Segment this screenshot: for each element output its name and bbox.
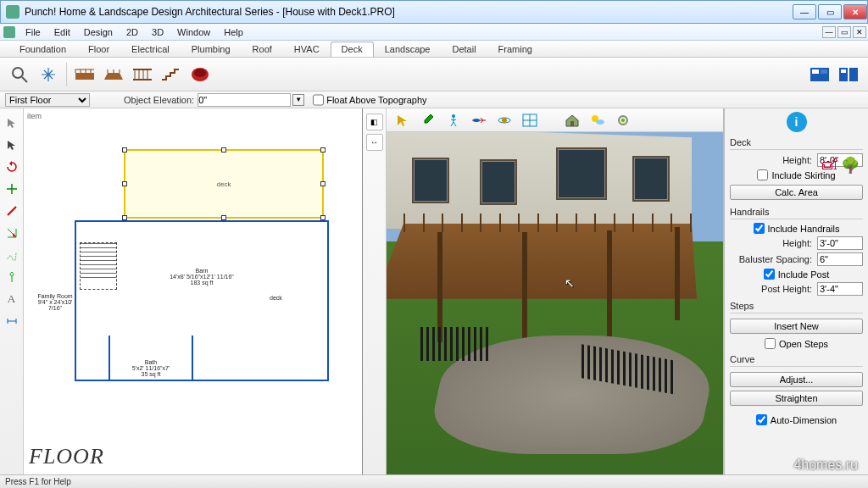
svg-marker-8 [104, 73, 123, 80]
tab-electrical[interactable]: Electrical [120, 42, 181, 57]
insert-step-button[interactable]: Insert New [730, 319, 863, 334]
settings-3d-icon[interactable] [612, 111, 634, 130]
open-steps-checkbox[interactable] [765, 338, 776, 349]
include-handrails-checkbox[interactable] [754, 223, 765, 234]
house-view-icon[interactable] [561, 111, 583, 130]
plant-tool-icon[interactable] [3, 268, 21, 286]
measure-tool-icon[interactable] [3, 312, 21, 330]
floor-level-select[interactable]: First Floor [5, 93, 90, 107]
select-alt-tool-icon[interactable] [3, 136, 21, 154]
doc-restore-button[interactable]: ▭ [837, 26, 851, 38]
window-3d [556, 147, 607, 200]
stairs-object[interactable] [80, 242, 117, 290]
floorplan-viewport[interactable]: item deck Barn14'x8' 5/16"x12'1' 11/16"1… [24, 108, 363, 474]
fly-tool-icon[interactable] [468, 111, 490, 130]
rotate-tool-icon[interactable] [3, 158, 21, 176]
tab-detail[interactable]: Detail [441, 42, 487, 57]
include-skirting-checkbox[interactable] [757, 169, 768, 180]
line-tool-icon[interactable] [3, 202, 21, 220]
tab-plumbing[interactable]: Plumbing [181, 42, 242, 57]
info-icon[interactable]: i [787, 112, 807, 132]
svg-point-32 [452, 114, 455, 118]
maximize-button[interactable]: ▭ [818, 4, 842, 19]
menu-design[interactable]: Design [77, 25, 120, 39]
elevation-input[interactable] [198, 93, 291, 107]
window-3d [412, 158, 449, 203]
view-sync-icon[interactable]: ↔ [366, 134, 383, 151]
plan-tabs: Foundation Floor Electrical Plumbing Roo… [0, 41, 868, 58]
viewport-3d[interactable]: ↖ [387, 132, 723, 474]
baluster-spacing-input[interactable] [817, 252, 863, 266]
properties-panel: i 🛋 🌳 Deck Height: Include Skirting Calc… [724, 108, 868, 474]
handrail-height-label: Height: [730, 238, 812, 248]
tab-framing[interactable]: Framing [487, 42, 543, 57]
tab-foundation[interactable]: Foundation [8, 42, 77, 57]
post-height-input[interactable] [817, 282, 863, 296]
elevation-dropdown-icon[interactable]: ▼ [292, 94, 304, 106]
menu-file[interactable]: File [19, 25, 47, 39]
select-tool-icon[interactable] [3, 114, 21, 132]
window-controls: — ▭ ✕ [791, 4, 867, 19]
menu-2d[interactable]: 2D [120, 25, 145, 39]
hole-tool-icon[interactable] [187, 62, 213, 87]
include-post-checkbox[interactable] [764, 269, 775, 280]
tab-floor[interactable]: Floor [77, 42, 120, 57]
deck-post-3d [675, 227, 680, 320]
window-3d [632, 156, 670, 202]
import-tool-icon[interactable] [3, 224, 21, 242]
open-steps-label: Open Steps [779, 339, 828, 349]
move-tool-icon[interactable] [3, 180, 21, 198]
text-tool-icon[interactable]: A [3, 290, 21, 308]
weather-icon[interactable] [587, 111, 609, 130]
tab-deck[interactable]: Deck [331, 42, 374, 57]
svg-rect-22 [821, 69, 827, 74]
path-tool-icon[interactable] [3, 246, 21, 264]
left-toolbar: A [0, 108, 24, 474]
walk-tool-icon[interactable] [392, 111, 414, 130]
menu-edit[interactable]: Edit [47, 25, 77, 39]
tree-icon[interactable]: 🌳 [841, 156, 860, 175]
selected-deck-object[interactable]: deck [124, 149, 324, 219]
svg-rect-2 [75, 73, 94, 80]
tab-hvac[interactable]: HVAC [283, 42, 331, 57]
adjust-curve-button[interactable]: Adjust... [730, 372, 863, 387]
workspace: A item deck Barn14'x8' 5/16"x12'1' [0, 108, 868, 474]
deck-straight-tool-icon[interactable] [72, 62, 97, 87]
tab-landscape[interactable]: Landscape [374, 42, 442, 57]
baluster-spacing-label: Baluster Spacing: [730, 254, 812, 264]
stairs-tool-icon[interactable] [159, 62, 184, 87]
handrail-height-input[interactable] [817, 236, 863, 250]
calc-area-button[interactable]: Calc. Area [730, 185, 863, 200]
svg-line-1 [22, 77, 27, 82]
tab-roof[interactable]: Roof [242, 42, 283, 57]
straighten-button[interactable]: Straighten [730, 391, 863, 406]
handrails-group-title: Handrails [730, 207, 863, 219]
pan-tool-icon[interactable] [36, 62, 61, 87]
chair-icon[interactable]: 🛋 [822, 156, 837, 175]
view-split-button[interactable] [836, 62, 861, 87]
auto-dimension-checkbox[interactable] [756, 414, 767, 425]
eyedropper-tool-icon[interactable] [417, 111, 439, 130]
railing-tool-icon[interactable] [130, 62, 155, 87]
library-icons: 🛋 🌳 [822, 156, 860, 175]
mid-toolbar: ◧ ↔ [363, 108, 387, 474]
menu-window[interactable]: Window [170, 25, 217, 39]
svg-point-33 [473, 119, 480, 122]
sub-toolbar: First Floor Object Elevation: ▼ Float Ab… [0, 92, 868, 108]
deck-angled-tool-icon[interactable] [101, 62, 126, 87]
view-toggle-icon[interactable]: ◧ [366, 114, 383, 130]
deck-label: deck [217, 180, 231, 188]
menu-3d[interactable]: 3D [145, 25, 170, 39]
close-button[interactable]: ✕ [843, 4, 867, 19]
float-topography-checkbox[interactable] [313, 93, 324, 107]
menu-help[interactable]: Help [217, 25, 250, 39]
view-2d-button[interactable] [807, 62, 832, 87]
doc-close-button[interactable]: ✕ [853, 26, 866, 38]
doc-minimize-button[interactable]: — [822, 26, 836, 38]
zoom-tool-icon[interactable] [7, 62, 32, 87]
minimize-button[interactable]: — [793, 4, 816, 19]
floorplan-3d-icon[interactable] [519, 111, 541, 130]
person-walk-icon[interactable] [442, 111, 465, 130]
orbit-tool-icon[interactable] [493, 111, 515, 130]
doc-window-controls: — ▭ ✕ [822, 26, 868, 38]
